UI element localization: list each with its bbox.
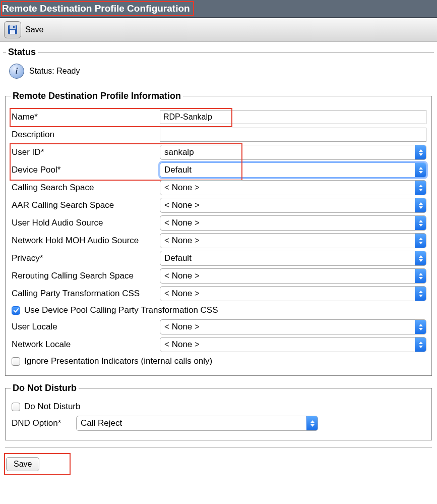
dnd-option-select[interactable]: Call Reject [76, 416, 318, 431]
status-text: Status: Ready [29, 67, 80, 76]
page-header: Remote Destination Profile Configuration [0, 0, 437, 18]
user-hold-select[interactable]: < None > [160, 215, 426, 231]
name-label: Name* [11, 112, 160, 122]
name-input[interactable] [160, 110, 426, 124]
user-hold-value: < None > [160, 218, 415, 228]
info-icon: i [9, 64, 24, 79]
user-hold-label: User Hold Audio Source [11, 218, 160, 228]
use-device-pool-cpt-checkbox[interactable] [12, 306, 20, 315]
dnd-option-label: DND Option* [11, 418, 76, 428]
ignore-pi-checkbox[interactable] [12, 357, 20, 366]
rdp-info-fieldset: Remote Destination Profile Information N… [5, 91, 432, 376]
dnd-option-value: Call Reject [77, 418, 306, 428]
privacy-label: Privacy* [11, 253, 160, 263]
dnd-checkbox-label: Do Not Disturb [24, 402, 80, 412]
aar-css-select[interactable]: < None > [160, 198, 426, 213]
dnd-checkbox[interactable] [12, 403, 20, 411]
privacy-value: Default [160, 253, 415, 263]
cpt-css-select[interactable]: < None > [160, 286, 426, 301]
css-select[interactable]: < None > [160, 180, 426, 195]
privacy-select[interactable]: Default [160, 251, 426, 266]
floppy-disk-icon [7, 24, 19, 36]
user-id-value: sankalp [160, 147, 415, 157]
aar-css-value: < None > [160, 200, 415, 210]
css-value: < None > [160, 183, 415, 193]
device-pool-label: Device Pool* [11, 165, 160, 175]
description-input[interactable] [160, 128, 426, 142]
user-id-select[interactable]: sankalp [160, 145, 426, 160]
css-label: Calling Search Space [11, 183, 160, 193]
select-arrows-icon [415, 198, 426, 212]
rerouting-css-value: < None > [160, 271, 415, 281]
aar-css-label: AAR Calling Search Space [11, 200, 160, 210]
rerouting-css-label: Rerouting Calling Search Space [11, 271, 160, 281]
rerouting-css-select[interactable]: < None > [160, 268, 426, 284]
page-title: Remote Destination Profile Configuration [2, 3, 190, 14]
network-hold-select[interactable]: < None > [160, 233, 426, 248]
network-hold-label: Network Hold MOH Audio Source [11, 236, 160, 246]
select-arrows-icon [415, 145, 426, 159]
network-locale-value: < None > [160, 340, 415, 350]
user-locale-value: < None > [160, 322, 415, 332]
select-arrows-icon [415, 181, 426, 195]
save-icon-button[interactable] [4, 21, 21, 38]
device-pool-value: Default [160, 165, 415, 175]
cpt-css-label: Calling Party Transformation CSS [11, 289, 160, 299]
ignore-pi-label: Ignore Presentation Indicators (internal… [24, 356, 212, 366]
select-arrows-icon [415, 287, 426, 301]
select-arrows-icon [415, 251, 426, 265]
user-locale-select[interactable]: < None > [160, 319, 426, 334]
select-arrows-icon [415, 234, 426, 248]
description-label: Description [11, 130, 160, 140]
svg-rect-1 [10, 25, 16, 29]
network-locale-label: Network Locale [11, 340, 160, 350]
select-arrows-icon [415, 269, 426, 283]
status-fieldset: Status i Status: Ready [3, 47, 434, 87]
network-locale-select[interactable]: < None > [160, 337, 426, 352]
rdp-info-legend: Remote Destination Profile Information [11, 91, 183, 101]
svg-rect-2 [10, 30, 15, 34]
save-button[interactable]: Save [6, 457, 39, 471]
status-legend: Status [6, 47, 38, 58]
select-arrows-icon [415, 216, 426, 230]
footer-bar: Save [5, 447, 432, 483]
select-arrows-icon [415, 338, 426, 352]
select-arrows-icon [415, 163, 426, 177]
toolbar-save-label: Save [25, 25, 43, 34]
select-arrows-icon [306, 416, 318, 430]
dnd-legend: Do Not Disturb [11, 383, 79, 394]
dnd-fieldset: Do Not Disturb Do Not Disturb DND Option… [5, 383, 432, 440]
use-device-pool-cpt-label: Use Device Pool Calling Party Transforma… [24, 305, 218, 315]
user-locale-label: User Locale [11, 322, 160, 332]
device-pool-select[interactable]: Default [160, 162, 426, 178]
user-id-label: User ID* [11, 147, 160, 157]
select-arrows-icon [415, 320, 426, 334]
toolbar: Save [0, 18, 437, 42]
cpt-css-value: < None > [160, 289, 415, 299]
network-hold-value: < None > [160, 236, 415, 246]
svg-rect-3 [13, 26, 15, 28]
